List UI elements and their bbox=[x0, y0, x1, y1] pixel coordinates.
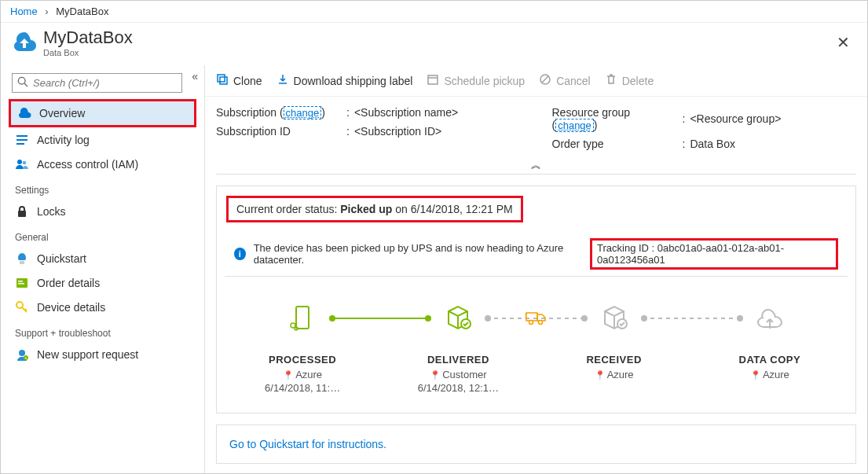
lock-icon bbox=[15, 204, 29, 219]
quickstart-card: Go to Quickstart for instructions. bbox=[216, 424, 856, 464]
pin-icon: 📍 bbox=[595, 370, 606, 380]
stage-delivered: DELIVERED 📍Customer 6/14/2018, 12:1… bbox=[380, 300, 536, 394]
page-header: MyDataBox Data Box ✕ bbox=[1, 23, 867, 65]
svg-point-5 bbox=[17, 160, 22, 164]
order-details-icon bbox=[15, 276, 29, 290]
search-box[interactable] bbox=[12, 73, 182, 93]
cloud-icon bbox=[17, 106, 31, 120]
svg-line-1 bbox=[24, 83, 27, 86]
breadcrumb: Home › MyDataBox bbox=[1, 1, 867, 23]
order-stages: PROCESSED 📍Azure 6/14/2018, 11:… DELIVER… bbox=[217, 291, 855, 413]
breadcrumb-sep-icon: › bbox=[45, 6, 48, 17]
status-card: Current order status: Picked up on 6/14/… bbox=[216, 186, 856, 413]
download-icon bbox=[277, 73, 289, 88]
sidebar: « Overview Activity log Access control (… bbox=[1, 65, 205, 474]
svg-rect-11 bbox=[18, 283, 24, 285]
stage-processed: PROCESSED 📍Azure 6/14/2018, 11:… bbox=[225, 300, 380, 394]
properties-panel: Subscription (change) : <Subscription na… bbox=[205, 97, 867, 156]
info-icon: i bbox=[234, 248, 246, 260]
schedule-pickup-button[interactable]: Schedule pickup bbox=[427, 73, 525, 88]
collapse-properties-button[interactable]: ︽ bbox=[216, 156, 856, 175]
svg-rect-10 bbox=[18, 281, 23, 282]
sidebar-item-label: Overview bbox=[39, 107, 85, 119]
subscription-id-value: <Subscription ID> bbox=[354, 125, 441, 138]
sidebar-item-label: Access control (IAM) bbox=[37, 158, 138, 171]
sidebar-item-order-details[interactable]: Order details bbox=[9, 271, 196, 295]
svg-rect-22 bbox=[296, 307, 309, 329]
sidebar-section-settings: Settings bbox=[9, 177, 196, 199]
close-icon[interactable]: ✕ bbox=[830, 30, 856, 55]
trash-icon bbox=[605, 73, 617, 88]
change-resource-group-link[interactable]: change bbox=[555, 119, 594, 132]
svg-rect-2 bbox=[16, 135, 27, 137]
svg-rect-8 bbox=[20, 261, 24, 264]
sidebar-item-device-details[interactable]: Device details bbox=[9, 296, 196, 319]
quickstart-link[interactable]: Go to Quickstart for instructions. bbox=[229, 438, 386, 450]
processed-icon bbox=[285, 300, 320, 335]
order-type-value: Data Box bbox=[690, 138, 735, 150]
order-status-text: Current order status: Picked up on 6/14/… bbox=[226, 196, 523, 222]
svg-rect-7 bbox=[18, 211, 26, 217]
search-input[interactable] bbox=[33, 77, 177, 89]
sidebar-item-label: Order details bbox=[37, 277, 100, 289]
sidebar-section-general: General bbox=[9, 224, 196, 246]
stage-received: RECEIVED 📍Azure bbox=[537, 300, 692, 382]
stage-sub: 📍Customer bbox=[380, 369, 536, 380]
stage-date: 6/14/2018, 12:1… bbox=[380, 382, 536, 394]
sidebar-item-label: Quickstart bbox=[37, 252, 86, 265]
stage-title: PROCESSED bbox=[225, 354, 380, 366]
delivered-icon bbox=[441, 300, 475, 335]
sidebar-item-locks[interactable]: Locks bbox=[9, 200, 196, 223]
svg-point-12 bbox=[16, 302, 23, 308]
pin-icon: 📍 bbox=[750, 370, 761, 380]
main-content: Clone Download shipping label Schedule p… bbox=[205, 65, 867, 474]
stage-sub: 📍Azure bbox=[225, 369, 380, 380]
stage-date: 6/14/2018, 11:… bbox=[225, 382, 380, 394]
quickstart-icon bbox=[15, 252, 29, 266]
stage-datacopy: DATA COPY 📍Azure bbox=[692, 300, 848, 382]
breadcrumb-home[interactable]: Home bbox=[10, 6, 38, 17]
change-subscription-link[interactable]: change bbox=[284, 106, 322, 119]
stage-sub: 📍Azure bbox=[537, 369, 692, 380]
svg-point-6 bbox=[23, 161, 27, 165]
activity-log-icon bbox=[15, 133, 29, 147]
sidebar-item-new-support-request[interactable]: + New support request bbox=[9, 343, 196, 366]
subscription-id-label: Subscription ID bbox=[216, 125, 342, 138]
subscription-label: Subscription (change) bbox=[216, 106, 342, 119]
databox-icon bbox=[12, 30, 37, 55]
cancel-button[interactable]: Cancel bbox=[539, 73, 591, 88]
sidebar-item-overview[interactable]: Overview bbox=[9, 99, 196, 127]
order-type-label: Order type bbox=[552, 138, 678, 150]
sidebar-item-activity-log[interactable]: Activity log bbox=[9, 128, 196, 152]
svg-rect-16 bbox=[218, 75, 225, 82]
page-subtitle: Data Box bbox=[43, 48, 133, 57]
breadcrumb-current: MyDataBox bbox=[56, 6, 108, 17]
cancel-icon bbox=[539, 73, 551, 88]
received-icon bbox=[597, 300, 632, 335]
svg-rect-17 bbox=[220, 77, 227, 84]
collapse-sidebar-icon[interactable]: « bbox=[192, 70, 198, 83]
resource-group-label: Resource group (change) bbox=[552, 106, 678, 131]
stage-title: DELIVERED bbox=[380, 354, 536, 366]
delete-button[interactable]: Delete bbox=[605, 73, 654, 88]
key-icon bbox=[15, 300, 29, 314]
svg-line-21 bbox=[542, 76, 548, 83]
svg-rect-4 bbox=[16, 143, 24, 145]
people-icon bbox=[15, 157, 29, 171]
sidebar-section-support: Support + troubleshoot bbox=[9, 320, 196, 342]
resource-group-value: <Resource group> bbox=[690, 112, 781, 125]
svg-point-0 bbox=[18, 77, 25, 84]
search-icon bbox=[17, 76, 28, 90]
sidebar-item-access-control[interactable]: Access control (IAM) bbox=[9, 152, 196, 176]
sidebar-item-quickstart[interactable]: Quickstart bbox=[9, 247, 196, 270]
svg-text:+: + bbox=[25, 355, 27, 360]
sidebar-item-label: Device details bbox=[37, 301, 105, 314]
calendar-icon bbox=[427, 73, 439, 88]
stage-title: DATA COPY bbox=[692, 354, 848, 366]
command-bar: Clone Download shipping label Schedule p… bbox=[205, 65, 867, 97]
sidebar-item-label: Activity log bbox=[37, 134, 90, 146]
download-shipping-label-button[interactable]: Download shipping label bbox=[277, 73, 413, 88]
cloud-upload-icon bbox=[753, 300, 787, 335]
clone-button[interactable]: Clone bbox=[216, 73, 262, 88]
sidebar-item-label: Locks bbox=[37, 205, 66, 218]
